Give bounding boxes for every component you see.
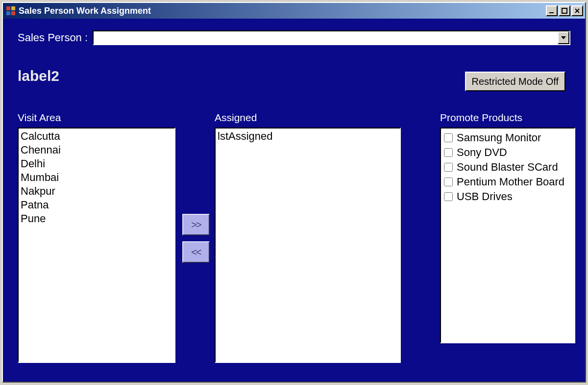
product-label: Sony DVD <box>457 145 507 160</box>
svg-rect-3 <box>11 11 15 15</box>
assigned-listbox[interactable]: lstAssigned <box>215 128 401 363</box>
list-item[interactable]: Chennai <box>21 143 172 157</box>
product-label: Pentium Mother Board <box>457 175 564 189</box>
sales-person-combobox[interactable] <box>93 30 570 45</box>
label2: label2 <box>18 68 59 84</box>
move-left-button[interactable]: << <box>182 241 210 263</box>
client-area: Sales Person : label2 Restricted Mode Of… <box>3 19 585 382</box>
list-item[interactable]: Pune <box>21 212 172 226</box>
promote-products-label: Promote Products <box>440 112 522 124</box>
svg-rect-2 <box>6 11 10 15</box>
minimize-button[interactable] <box>546 5 558 16</box>
move-right-button[interactable]: >> <box>182 214 210 235</box>
product-label: Samsung Monitor <box>457 130 541 145</box>
product-checkbox[interactable] <box>444 133 453 142</box>
restricted-mode-button[interactable]: Restricted Mode Off <box>465 72 565 91</box>
checked-list-item[interactable]: Sound Blaster SCard <box>444 160 571 175</box>
window-controls <box>546 5 583 16</box>
promote-products-checkedlistbox[interactable]: Samsung MonitorSony DVDSound Blaster SCa… <box>440 128 575 343</box>
list-item[interactable]: Patna <box>21 198 172 212</box>
svg-rect-5 <box>562 8 567 13</box>
list-item[interactable]: Mumbai <box>21 171 172 184</box>
product-label: USB Drives <box>457 189 513 204</box>
checked-list-item[interactable]: Sony DVD <box>444 145 571 160</box>
app-icon <box>6 6 16 16</box>
checked-list-item[interactable]: Samsung Monitor <box>444 130 571 145</box>
maximize-button[interactable] <box>559 5 570 16</box>
combobox-dropdown-button[interactable] <box>558 31 569 44</box>
sales-person-row: Sales Person : <box>18 30 570 45</box>
svg-marker-8 <box>561 36 566 39</box>
product-checkbox[interactable] <box>444 192 453 201</box>
checked-list-item[interactable]: USB Drives <box>444 189 571 204</box>
close-button[interactable] <box>571 5 583 16</box>
list-item[interactable]: Delhi <box>21 157 172 171</box>
assigned-label: Assigned <box>215 112 257 124</box>
app-window: Sales Person Work Assignment Sales Perso… <box>2 2 586 383</box>
window-title: Sales Person Work Assignment <box>19 6 546 16</box>
list-item[interactable]: Calcutta <box>21 129 172 143</box>
svg-rect-4 <box>549 12 554 13</box>
product-checkbox[interactable] <box>444 178 453 186</box>
visit-area-label: Visit Area <box>18 112 61 124</box>
checked-list-item[interactable]: Pentium Mother Board <box>444 175 571 189</box>
product-checkbox[interactable] <box>444 163 453 172</box>
product-label: Sound Blaster SCard <box>457 160 558 175</box>
svg-rect-1 <box>11 6 15 10</box>
list-item[interactable]: lstAssigned <box>218 129 398 143</box>
product-checkbox[interactable] <box>444 148 453 157</box>
visit-area-listbox[interactable]: CalcuttaChennaiDelhiMumbaiNakpurPatnaPun… <box>18 128 175 363</box>
title-bar[interactable]: Sales Person Work Assignment <box>3 3 585 19</box>
sales-person-label: Sales Person : <box>18 31 88 44</box>
list-item[interactable]: Nakpur <box>21 184 172 198</box>
svg-rect-0 <box>6 6 10 10</box>
sales-person-input[interactable] <box>94 31 558 44</box>
